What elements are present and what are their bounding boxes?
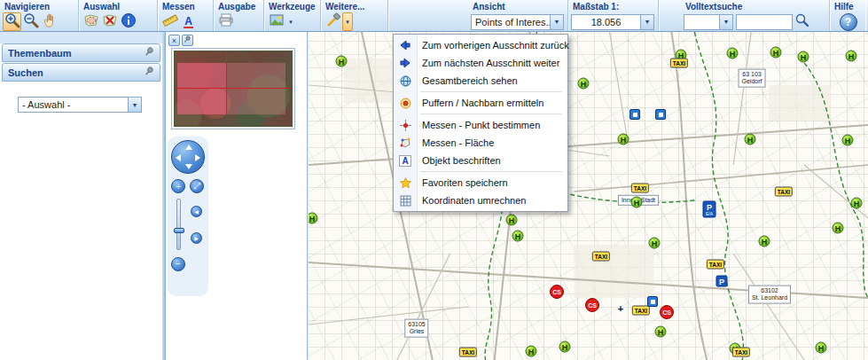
measure-point-icon: [394, 120, 417, 131]
taxi-marker[interactable]: TAXI: [670, 59, 688, 68]
stop-marker[interactable]: H: [649, 238, 661, 249]
stop-marker[interactable]: H: [655, 326, 667, 338]
menu-item-label-object[interactable]: A Objekt beschriften: [394, 152, 567, 169]
stop-marker[interactable]: H: [727, 48, 739, 59]
taxi-marker[interactable]: TAXI: [732, 348, 750, 357]
panel-header-themenbaum[interactable]: Themenbaum: [2, 43, 160, 62]
pan-control[interactable]: [171, 140, 205, 174]
stop-marker[interactable]: H: [851, 198, 863, 209]
zoom-out-icon: [23, 12, 39, 31]
help-button[interactable]: ?: [840, 13, 857, 31]
auswahl-select[interactable]: - Auswahl - ▼: [18, 97, 142, 113]
fulltext-search-input[interactable]: [736, 14, 793, 30]
sight-marker[interactable]: [629, 109, 640, 120]
annotate-button[interactable]: A: [179, 12, 198, 31]
massstab-select[interactable]: 18.056 ▼: [571, 14, 654, 30]
stop-marker[interactable]: H: [512, 231, 524, 242]
stop-marker[interactable]: H: [745, 134, 756, 145]
parking_ea-marker[interactable]: PE/A: [703, 201, 716, 218]
clear-selection-button[interactable]: [100, 12, 119, 31]
pin-icon[interactable]: [145, 47, 154, 59]
measure-button[interactable]: [160, 12, 179, 31]
toolbar-spacer: [659, 0, 681, 31]
werkzeuge-dropdown-button[interactable]: ▼: [285, 12, 296, 31]
overview-close-button[interactable]: ×: [168, 35, 180, 46]
carsharing-marker[interactable]: CS: [660, 305, 674, 319]
buffer-icon: [394, 98, 417, 109]
taxi-marker[interactable]: TAXI: [775, 187, 793, 197]
group-label-auswahl: Auswahl: [82, 1, 155, 12]
pan-up-icon: [185, 145, 192, 150]
pan-button[interactable]: [40, 12, 59, 31]
carsharing-marker[interactable]: CS: [550, 285, 564, 299]
group-label-massstab: Maßstab 1:: [571, 1, 656, 12]
sight-marker[interactable]: [647, 296, 658, 307]
ansicht-select[interactable]: Points of Interes... ▼: [471, 14, 564, 30]
print-button[interactable]: [216, 12, 235, 31]
pin-icon[interactable]: [145, 67, 154, 78]
stop-marker[interactable]: H: [842, 135, 854, 146]
taxi-marker[interactable]: TAXI: [459, 348, 477, 357]
overview-panel: × ＋ ⤢: [166, 32, 308, 360]
stop-marker[interactable]: H: [798, 51, 809, 63]
menu-item-full-extent[interactable]: Gesamtbereich sehen: [394, 72, 567, 90]
taxi-marker[interactable]: TAXI: [592, 252, 610, 262]
taxi-marker[interactable]: TAXI: [631, 184, 649, 193]
close-icon: ×: [172, 36, 176, 45]
stop-marker[interactable]: H: [618, 134, 629, 145]
stop-marker[interactable]: H: [770, 47, 782, 59]
zoom-out-button[interactable]: [21, 12, 40, 31]
search-button[interactable]: [793, 12, 812, 31]
map-zoom-in-button[interactable]: ＋: [171, 179, 185, 193]
map-zoom-out-button[interactable]: −: [171, 257, 185, 271]
stop-marker[interactable]: H: [846, 51, 857, 62]
group-label-ansicht: Ansicht: [471, 1, 566, 12]
fulltext-category-select[interactable]: ▼: [684, 14, 733, 30]
stop-marker[interactable]: H: [578, 78, 590, 90]
sight-marker[interactable]: [655, 109, 666, 120]
zoom-slider[interactable]: [176, 199, 181, 250]
parking-marker[interactable]: P: [716, 276, 728, 287]
massstab-value: 18.056: [572, 17, 640, 27]
overview-crosshair-h: [175, 88, 292, 89]
stop-marker[interactable]: H: [816, 342, 827, 354]
menu-item-next-extent[interactable]: Zum nächsten Ausschnitt weiter: [394, 54, 567, 72]
panel-header-suchen[interactable]: Suchen: [2, 63, 160, 82]
more-tools-button[interactable]: [324, 12, 342, 31]
ruler-icon: [162, 12, 178, 31]
toolbar-group-ausgabe: Ausgabe: [214, 0, 264, 31]
menu-item-convert-coordinates[interactable]: Koordinaten umrechnen: [394, 192, 567, 209]
stop-marker[interactable]: H: [759, 236, 770, 247]
cross-marker[interactable]: +: [618, 303, 623, 314]
overview-pin-button[interactable]: [182, 35, 193, 46]
menu-item-save-favorite[interactable]: Favoriten speichern: [394, 174, 567, 192]
coordinates-grid-icon: [394, 195, 417, 207]
stop-marker[interactable]: H: [833, 223, 844, 234]
themenbaum-label: Themenbaum: [8, 48, 72, 59]
taxi-marker[interactable]: TAXI: [632, 306, 650, 316]
weitere-dropdown-button[interactable]: ▼: [342, 12, 353, 31]
stop-marker[interactable]: H: [506, 215, 518, 226]
overview-map[interactable]: [171, 48, 295, 129]
zoom-slider-handle[interactable]: [174, 228, 184, 233]
stop-marker[interactable]: H: [336, 56, 348, 67]
taxi-marker[interactable]: TAXI: [707, 260, 724, 270]
zoom-in-button[interactable]: [3, 12, 21, 31]
stop-marker[interactable]: H: [559, 341, 571, 353]
next-extent-button[interactable]: ▶: [191, 232, 202, 244]
map-tools-button[interactable]: [267, 12, 285, 31]
previous-extent-button[interactable]: ◀: [191, 206, 202, 217]
stop-marker[interactable]: H: [631, 197, 643, 208]
toolbar-group-volltextsuche: Volltextsuche ▼: [681, 0, 830, 31]
menu-item-buffer[interactable]: Puffern / Nachbarn ermitteln: [394, 94, 567, 112]
stop-marker[interactable]: H: [526, 346, 537, 357]
menu-item-measure-point[interactable]: Messen - Punkt bestimmen: [394, 116, 567, 134]
stop-marker[interactable]: H: [309, 213, 318, 224]
full-extent-button[interactable]: ⤢: [190, 179, 204, 193]
identify-button[interactable]: [119, 12, 137, 31]
sidebar: Themenbaum Suchen - Auswahl - ▼: [0, 32, 162, 360]
select-area-button[interactable]: [82, 12, 100, 31]
carsharing-marker[interactable]: CS: [585, 298, 599, 312]
menu-item-measure-area[interactable]: Messen - Fläche: [394, 134, 567, 152]
menu-item-previous-extent[interactable]: Zum vorherigen Ausschnitt zurück: [394, 36, 567, 54]
